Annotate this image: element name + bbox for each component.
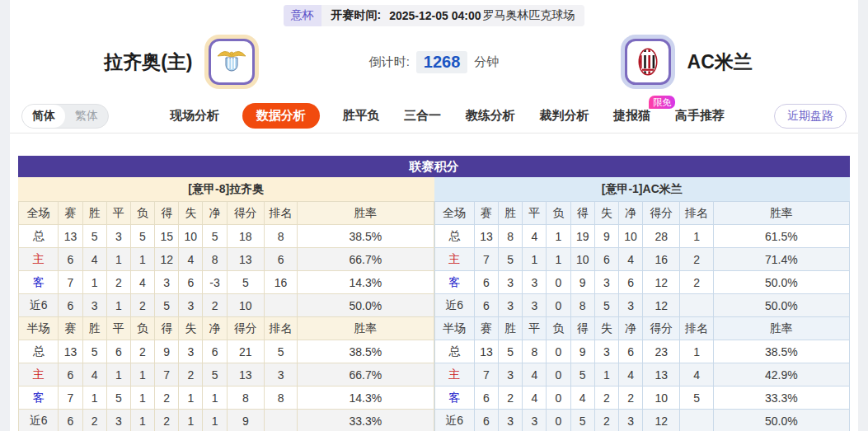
stat-cell: 9 xyxy=(594,225,618,248)
stat-cell: 42.9% xyxy=(713,363,849,386)
row-label: 主 xyxy=(19,363,59,386)
column-header-row: 全场赛胜平负得失净得分排名胜率 xyxy=(434,202,850,225)
stat-cell: 5 xyxy=(594,294,618,317)
stat-cell: 6 xyxy=(59,248,82,271)
table-row: 总135351510518838.5% xyxy=(19,225,434,248)
stat-cell: 1 xyxy=(680,225,713,248)
row-label: 客 xyxy=(19,386,59,410)
stat-cell: 1 xyxy=(106,248,130,271)
stat-cell: 3 xyxy=(82,294,106,317)
stat-cell: 3 xyxy=(106,410,130,431)
table-row: 客633093612250.0% xyxy=(434,271,850,294)
column-header: 平 xyxy=(523,317,547,340)
stat-cell: 7 xyxy=(59,271,82,294)
tab-win-draw-lose[interactable]: 胜平负 xyxy=(340,103,381,129)
stat-cell: 3 xyxy=(594,340,618,363)
stat-cell: 3 xyxy=(106,225,130,248)
row-label: 客 xyxy=(434,386,474,410)
stat-cell: 5 xyxy=(570,410,594,431)
tab-three-in-one[interactable]: 三合一 xyxy=(402,103,443,129)
stat-cell: 10 xyxy=(643,386,680,410)
nav-tabs: 现场分析数据分析胜平负三合一教练分析裁判分析捷报猫限免高手推荐 xyxy=(168,103,726,129)
stat-cell: 33.3% xyxy=(298,410,434,431)
stat-cell: 5 xyxy=(264,340,297,363)
tab-coach-analysis[interactable]: 教练分析 xyxy=(464,103,517,129)
stat-cell: 13 xyxy=(59,225,82,248)
stat-cell: 2 xyxy=(106,271,130,294)
stat-cell: 6 xyxy=(618,271,642,294)
stat-cell: 5 xyxy=(155,294,179,317)
stat-cell: 3 xyxy=(618,294,642,317)
stat-cell: 1 xyxy=(203,386,227,410)
stat-cell: 0 xyxy=(547,271,570,294)
standings-table: 全场赛胜平负得失净得分排名胜率总138411991028161.5%主75111… xyxy=(434,201,851,431)
lazio-crest-icon xyxy=(209,39,255,85)
stat-cell xyxy=(680,294,713,317)
home-team-name: 拉齐奥(主) xyxy=(104,49,192,75)
match-info-bar: 意杯 开赛时间: 2025-12-05 04:00 罗马奥林匹克球场 xyxy=(284,5,585,26)
stat-cell: 3 xyxy=(618,410,642,431)
stat-cell: 2 xyxy=(203,294,227,317)
stat-cell: 6 xyxy=(59,363,82,386)
column-header: 胜 xyxy=(82,317,106,340)
row-label: 近6 xyxy=(19,294,59,317)
table-row: 近663305231250.0% xyxy=(434,410,850,431)
stat-cell: 2 xyxy=(82,410,106,431)
tab-jiebao-cat[interactable]: 捷报猫限免 xyxy=(612,103,652,129)
stat-cell: 3 xyxy=(499,294,523,317)
column-header: 赛 xyxy=(474,202,498,225)
stat-cell: 6 xyxy=(203,340,227,363)
stat-cell: 2 xyxy=(130,294,154,317)
column-header: 平 xyxy=(106,317,130,340)
column-header: 平 xyxy=(523,202,547,225)
column-header: 得分 xyxy=(227,317,264,340)
stat-cell: 8 xyxy=(203,248,227,271)
column-header: 胜率 xyxy=(298,202,434,225)
tab-expert-picks[interactable]: 高手推荐 xyxy=(673,103,726,129)
stat-cell: 2 xyxy=(680,248,713,271)
stat-cell: 4 xyxy=(179,248,203,271)
kickoff-time: 2025-12-05 04:00 xyxy=(389,9,481,22)
stat-cell: 7 xyxy=(155,363,179,386)
lang-option-繁体[interactable]: 繁体 xyxy=(65,105,108,128)
stat-cell: 3 xyxy=(155,271,179,294)
stat-cell: 4 xyxy=(618,248,642,271)
tab-data-analysis[interactable]: 数据分析 xyxy=(242,103,320,129)
tab-referee-analysis[interactable]: 裁判分析 xyxy=(538,103,591,129)
lang-option-简体[interactable]: 简体 xyxy=(22,105,65,128)
stat-cell: 8 xyxy=(499,225,523,248)
stat-cell xyxy=(680,410,713,431)
stat-cell: 1 xyxy=(523,248,547,271)
stat-cell: 1 xyxy=(82,271,106,294)
stat-cell: 38.5% xyxy=(713,340,849,363)
row-label: 客 xyxy=(19,271,59,294)
table-row: 总1356293621538.5% xyxy=(19,340,434,363)
table-row: 主6411124813666.7% xyxy=(19,248,434,271)
column-header: 负 xyxy=(547,202,570,225)
stat-cell: 1 xyxy=(130,248,154,271)
stat-cell: 1 xyxy=(547,248,570,271)
away-team-band: [意甲-1]AC米兰 xyxy=(434,177,851,201)
column-header: 失 xyxy=(179,317,203,340)
stat-cell: 8 xyxy=(523,340,547,363)
stat-cell: 3 xyxy=(523,410,547,431)
stat-cell: 66.7% xyxy=(298,248,434,271)
stat-cell: 16 xyxy=(643,248,680,271)
stat-cell: 1 xyxy=(130,386,154,410)
table-row: 总1358093623138.5% xyxy=(434,340,850,363)
stat-cell: 5 xyxy=(203,363,227,386)
stat-cell: 10 xyxy=(179,225,203,248)
stat-cell: 6 xyxy=(179,271,203,294)
stat-cell: 3 xyxy=(499,363,523,386)
row-label: 客 xyxy=(434,271,474,294)
stat-cell xyxy=(264,294,297,317)
stat-cell: 5 xyxy=(570,363,594,386)
tab-live-analysis[interactable]: 现场分析 xyxy=(168,103,221,129)
stat-cell: 2 xyxy=(155,410,179,431)
table-row: 总138411991028161.5% xyxy=(434,225,850,248)
stat-cell: 3 xyxy=(179,294,203,317)
recent-odds-button[interactable]: 近期盘路 xyxy=(774,104,847,129)
stat-cell: 4 xyxy=(82,248,106,271)
stat-cell: 50.0% xyxy=(713,410,849,431)
stat-cell: 13 xyxy=(643,363,680,386)
